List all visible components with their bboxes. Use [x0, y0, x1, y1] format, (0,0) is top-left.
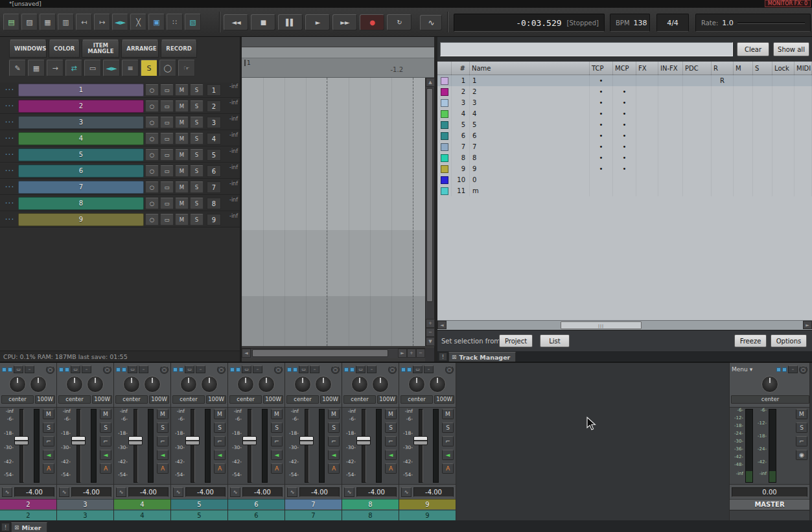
mixer-track-number[interactable]: 4: [114, 510, 170, 520]
track-chip-icon[interactable]: [179, 367, 183, 372]
table-row[interactable]: 1 1 • R: [437, 75, 812, 86]
project-button[interactable]: Project: [499, 334, 533, 347]
track-chip-icon[interactable]: [344, 367, 349, 372]
table-row[interactable]: 10 0: [437, 174, 812, 185]
table-row[interactable]: 11 m: [437, 185, 812, 196]
mixer-track-name[interactable]: 9: [399, 499, 456, 509]
envelope-button[interactable]: ∿: [401, 487, 412, 497]
pan-knob[interactable]: [408, 376, 425, 393]
tab-record[interactable]: RECORD: [161, 40, 196, 58]
mute-cell[interactable]: [734, 152, 753, 163]
track-chip-icon[interactable]: [116, 367, 121, 372]
mute-cell[interactable]: [734, 141, 753, 152]
track-row[interactable]: ··· 7 ○ ▭ M S 7 -inf: [0, 179, 240, 195]
track-chip-icon[interactable]: [230, 367, 235, 372]
infx-cell[interactable]: [658, 185, 683, 196]
filter-input[interactable]: [440, 42, 733, 56]
undo-icon[interactable]: ↤: [76, 14, 92, 30]
column-header-infx[interactable]: IN-FX: [658, 62, 683, 75]
solo-button[interactable]: S: [271, 422, 283, 433]
lock-cell[interactable]: [772, 152, 795, 163]
mixer-menu-button[interactable]: Menu ▾: [732, 366, 752, 373]
pan-knob[interactable]: [66, 376, 83, 393]
fx-cell[interactable]: [636, 163, 658, 174]
input-button[interactable]: ▭: [160, 149, 174, 161]
mcp-visible-cell[interactable]: [613, 174, 636, 185]
mcp-visible-cell[interactable]: •: [613, 119, 636, 130]
tcp-visible-cell[interactable]: •: [590, 75, 613, 86]
solo-button[interactable]: S: [43, 422, 54, 433]
mixer-track-name[interactable]: 2: [0, 499, 56, 509]
solo-button[interactable]: S: [190, 181, 203, 193]
track-name-bar[interactable]: 7: [18, 181, 144, 194]
lock-cell[interactable]: [772, 108, 795, 119]
phase-button[interactable]: ○: [331, 365, 340, 374]
pan-readout[interactable]: center: [229, 395, 262, 404]
record-arm-button[interactable]: A: [43, 463, 54, 474]
volume-readout[interactable]: -4.00: [128, 487, 168, 497]
envelope-button[interactable]: ∿: [59, 487, 69, 497]
solo-cell[interactable]: [753, 141, 772, 152]
mute-cell[interactable]: [734, 119, 753, 130]
fx-cell[interactable]: [636, 97, 658, 108]
input-button[interactable]: ▭: [160, 181, 174, 193]
track-chip-icon[interactable]: [65, 367, 69, 372]
pan-readout[interactable]: center: [286, 395, 319, 404]
width-readout[interactable]: 100W: [35, 395, 55, 404]
column-header-fx[interactable]: FX: [636, 62, 658, 75]
mixer-track-number[interactable]: 6: [228, 510, 284, 520]
width-readout[interactable]: 100W: [206, 395, 226, 404]
track-name-bar[interactable]: 5: [18, 148, 144, 161]
record-arm-button[interactable]: A: [271, 463, 283, 474]
route-button[interactable]: ⌐: [271, 436, 283, 446]
tcp-visible-cell[interactable]: •: [590, 108, 613, 119]
table-row[interactable]: 9 9 • •: [437, 163, 812, 174]
snap-icon[interactable]: S: [141, 60, 157, 76]
repeat-button[interactable]: ↻: [387, 14, 412, 30]
zoom-in-button[interactable]: +: [426, 319, 435, 328]
solo-cell[interactable]: [753, 130, 772, 141]
track-row[interactable]: ··· 6 ○ ▭ M S 6 -inf: [0, 163, 240, 179]
row-name-cell[interactable]: 4: [470, 108, 590, 119]
zoom-out-button[interactable]: −: [426, 328, 435, 337]
freeze-button[interactable]: Freeze: [734, 334, 767, 347]
solo-button[interactable]: S: [190, 198, 203, 209]
mute-cell[interactable]: [734, 130, 753, 141]
column-header-r[interactable]: R: [712, 62, 734, 75]
record-arm-cell[interactable]: [712, 86, 734, 97]
close-icon[interactable]: ⊠: [452, 354, 457, 360]
track-color-swatch[interactable]: [437, 119, 452, 130]
volume-readout[interactable]: -4.00: [242, 487, 283, 497]
monitor-button[interactable]: ◄: [43, 450, 54, 460]
pan-knob[interactable]: [9, 376, 26, 393]
track-row[interactable]: ··· 9 ○ ▭ M S 9 -inf: [0, 212, 240, 227]
column-header-midi[interactable]: MIDI: [795, 62, 812, 75]
track-name-bar[interactable]: 2: [18, 100, 144, 113]
width-readout[interactable]: 100W: [377, 395, 397, 404]
width-knob[interactable]: [144, 376, 161, 393]
infx-cell[interactable]: [658, 108, 683, 119]
matrix-icon[interactable]: ▣: [148, 14, 165, 30]
width-knob[interactable]: [30, 376, 47, 393]
tab-windows[interactable]: WINDOWS: [9, 40, 47, 58]
pan-readout[interactable]: center: [172, 395, 205, 404]
record-button[interactable]: ●: [360, 14, 384, 30]
monitor-button[interactable]: ◄: [157, 450, 168, 460]
record-arm-button[interactable]: A: [157, 463, 168, 474]
fx-cell[interactable]: [636, 108, 658, 119]
track-chip-icon[interactable]: [401, 367, 406, 372]
tcp-visible-cell[interactable]: [590, 174, 613, 185]
fx-slot-button[interactable]: ▭: [185, 365, 194, 373]
solo-button[interactable]: S: [385, 422, 397, 433]
master-chip-icon[interactable]: [776, 367, 781, 372]
solo-button[interactable]: S: [190, 133, 203, 145]
mcp-visible-cell[interactable]: [613, 75, 636, 86]
bpm-control[interactable]: BPM 138: [610, 14, 650, 32]
mixer-track-name[interactable]: 4: [114, 499, 170, 509]
input-button[interactable]: ▭: [160, 133, 174, 145]
track-chip-icon[interactable]: [350, 367, 354, 372]
record-arm-button[interactable]: ○: [145, 133, 159, 145]
record-arm-button[interactable]: ○: [145, 165, 159, 177]
volume-fader-handle[interactable]: [71, 436, 86, 445]
infx-cell[interactable]: [658, 174, 683, 185]
